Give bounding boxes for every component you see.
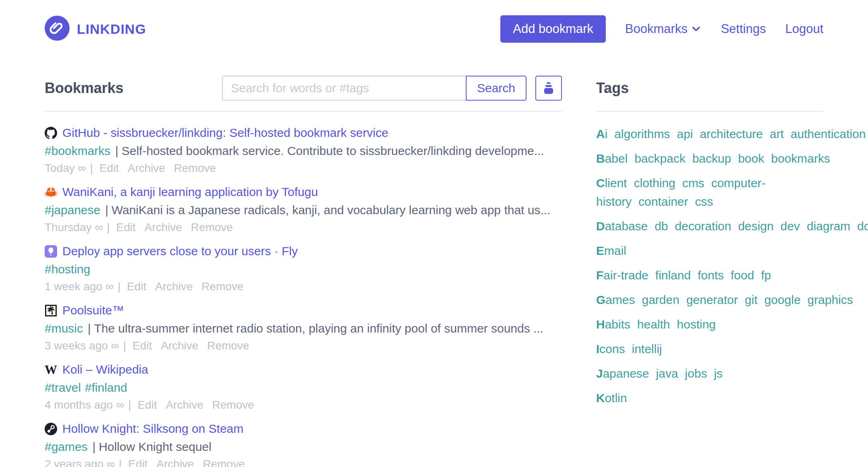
tag-link[interactable]: fonts — [697, 269, 724, 282]
tag-link[interactable]: Icons — [596, 342, 625, 355]
search-button[interactable]: Search — [466, 76, 527, 101]
tag-link[interactable]: hosting — [677, 318, 716, 331]
bookmarks-divider — [45, 111, 562, 112]
tag-group-k: Kotlin — [596, 389, 823, 407]
tag-link[interactable]: js — [714, 367, 723, 380]
tag-link[interactable]: google — [764, 293, 800, 306]
tag-group-a: Aialgorithmsapiarchitectureartauthentica… — [596, 125, 823, 143]
tag-link[interactable]: java — [656, 367, 678, 380]
tag-link[interactable]: Fair-trade — [596, 269, 648, 282]
bookmark-list: GitHub - sissbruecker/linkding: Self-hos… — [45, 124, 562, 467]
search-input[interactable] — [222, 76, 466, 101]
tag-link[interactable]: graphics — [807, 293, 853, 306]
bookmark-archive-link[interactable]: Archive — [161, 339, 198, 352]
tag-link[interactable]: Email — [596, 244, 626, 257]
tag-link[interactable]: api — [677, 127, 693, 141]
bookmark-edit-link[interactable]: Edit — [127, 280, 146, 293]
tag-link[interactable]: Ai — [596, 127, 607, 141]
bookmark-remove-link[interactable]: Remove — [203, 458, 245, 467]
bookmark-edit-link[interactable]: Edit — [99, 162, 119, 174]
bookmark-remove-link[interactable]: Remove — [207, 339, 249, 352]
bookmark-title-link[interactable]: Poolsuite™ — [62, 302, 124, 319]
bookmark-tag-link[interactable]: #travel — [45, 381, 81, 394]
tag-link[interactable]: food — [731, 269, 754, 282]
bookmark-edit-link[interactable]: Edit — [132, 339, 152, 352]
tag-link[interactable]: architecture — [700, 127, 763, 141]
bookmark-title-link[interactable]: Hollow Knight: Silksong on Steam — [62, 420, 243, 438]
bookmark-title-link[interactable]: GitHub - sissbruecker/linkding: Self-hos… — [62, 124, 388, 142]
tag-link[interactable]: Kotlin — [596, 391, 627, 405]
bookmark-remove-link[interactable]: Remove — [202, 280, 243, 293]
meta-separator: | — [117, 280, 120, 293]
tag-link[interactable]: docker — [857, 219, 868, 233]
fly-favicon-icon — [45, 245, 57, 258]
tag-link[interactable]: diagram — [807, 219, 850, 233]
bookmark-title-link[interactable]: Deploy app servers close to your users ·… — [62, 242, 298, 260]
tag-link[interactable]: clothing — [634, 176, 675, 190]
tag-link[interactable]: garden — [642, 293, 679, 306]
meta-separator: | — [128, 399, 131, 411]
tag-link[interactable]: finland — [655, 269, 691, 282]
tag-link[interactable]: db — [654, 219, 668, 233]
archive-inkwell-icon — [540, 79, 557, 97]
tag-link[interactable]: backpack — [634, 152, 685, 165]
tag-link[interactable]: generator — [686, 293, 738, 306]
tag-link[interactable]: Database — [596, 219, 648, 233]
tag-link[interactable]: authentication — [791, 127, 866, 141]
archived-bookmarks-button[interactable] — [535, 76, 562, 101]
bookmark-tag-link[interactable]: #japanese — [45, 203, 100, 217]
tag-link[interactable]: cms — [682, 176, 704, 190]
tag-link[interactable]: intellij — [632, 342, 662, 355]
bookmark-tag-link[interactable]: #music — [45, 322, 83, 335]
tag-link[interactable]: css — [695, 195, 713, 208]
bookmark-archive-link[interactable]: Archive — [156, 458, 194, 467]
bookmark-archive-link[interactable]: Archive — [166, 399, 203, 411]
tags-heading: Tags — [596, 80, 629, 97]
tag-link[interactable]: algorithms — [614, 127, 670, 141]
linkding-logo-icon — [45, 16, 70, 42]
nav-item-bookmarks[interactable]: Bookmarks — [625, 21, 701, 37]
bookmark-archive-link[interactable]: Archive — [155, 280, 193, 293]
tag-link[interactable]: bookmarks — [771, 152, 830, 165]
tag-link[interactable]: backup — [692, 152, 731, 165]
nav-item-logout[interactable]: Logout — [785, 22, 823, 36]
bookmark-remove-link[interactable]: Remove — [174, 162, 216, 174]
tag-link[interactable]: jobs — [685, 367, 707, 380]
tag-group-e: Email — [596, 242, 823, 260]
tag-link[interactable]: health — [637, 318, 670, 331]
tag-link[interactable]: decoration — [675, 219, 731, 233]
tag-link[interactable]: Japanese — [596, 367, 649, 380]
bookmark-tag-link[interactable]: #hosting — [45, 262, 90, 276]
bookmark-title-link[interactable]: Koli – Wikipedia — [62, 361, 148, 378]
tag-link[interactable]: book — [738, 152, 764, 165]
bookmark-archive-link[interactable]: Archive — [128, 162, 165, 174]
app-logo[interactable]: LINKDING — [45, 16, 146, 42]
tag-group-c: Clientclothingcmscomputer-historycontain… — [596, 174, 823, 211]
tag-link[interactable]: container — [638, 195, 688, 208]
tag-link[interactable]: Babel — [596, 152, 627, 165]
nav-item-settings[interactable]: Settings — [721, 22, 766, 36]
bookmark-edit-link[interactable]: Edit — [138, 399, 157, 411]
tags-panel: Tags Aialgorithmsapiarchitectureartauthe… — [596, 76, 823, 467]
bookmark-edit-link[interactable]: Edit — [128, 458, 148, 467]
bookmark-remove-link[interactable]: Remove — [191, 221, 233, 234]
tag-link[interactable]: design — [738, 219, 773, 233]
bookmark-edit-link[interactable]: Edit — [116, 221, 136, 234]
bookmark-title-link[interactable]: WaniKani, a kanji learning application b… — [62, 183, 318, 201]
bookmark-remove-link[interactable]: Remove — [212, 399, 254, 411]
bookmark-tag-link[interactable]: #games — [45, 440, 88, 453]
nav-item-label: Bookmarks — [625, 22, 687, 36]
tag-link[interactable]: dev — [780, 219, 800, 233]
tag-link[interactable]: fp — [761, 269, 771, 282]
tag-link[interactable]: Habits — [596, 318, 630, 331]
tag-link[interactable]: git — [745, 293, 758, 306]
tag-link[interactable]: Games — [596, 293, 635, 306]
tag-link[interactable]: Client — [596, 176, 627, 190]
chevron-down-icon — [691, 21, 701, 37]
tag-link[interactable]: art — [770, 127, 784, 141]
bookmark-archive-link[interactable]: Archive — [144, 221, 182, 234]
header-nav: Add bookmark BookmarksSettingsLogout — [500, 15, 823, 43]
bookmark-tag-link[interactable]: #bookmarks — [45, 144, 110, 157]
add-bookmark-button[interactable]: Add bookmark — [500, 15, 606, 43]
bookmark-tag-link[interactable]: #finland — [85, 381, 127, 394]
